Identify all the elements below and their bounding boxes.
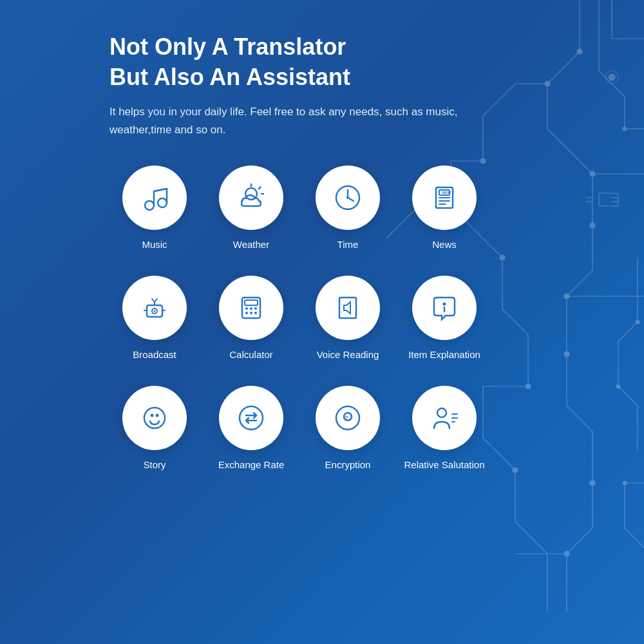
voice-reading-icon-circle — [316, 276, 380, 340]
feature-story: Story — [109, 386, 200, 470]
time-label: Time — [337, 239, 359, 250]
svg-point-55 — [254, 312, 257, 314]
news-icon-circle: NEW — [412, 166, 477, 230]
calculator-icon-circle — [219, 276, 283, 340]
relative-salutation-label: Relative Salutation — [404, 459, 484, 470]
title: Not Only A Translator But Also An Assist… — [109, 32, 605, 93]
svg-text:NEW: NEW — [442, 191, 451, 194]
feature-broadcast: Broadcast — [109, 276, 200, 360]
feature-news: NEW News — [399, 166, 489, 250]
music-icon-circle — [122, 166, 187, 230]
exchange-rate-icon — [234, 401, 268, 435]
broadcast-icon — [138, 291, 171, 325]
exchange-rate-icon-circle — [219, 386, 283, 450]
calculator-label: Calculator — [229, 349, 273, 360]
svg-line-25 — [154, 189, 167, 191]
item-explanation-icon-circle — [412, 276, 477, 340]
item-explanation-icon — [428, 291, 461, 325]
time-icon-circle — [316, 166, 380, 230]
title-line1: Not Only A Translator — [109, 32, 605, 62]
svg-point-24 — [158, 198, 167, 207]
news-icon: NEW — [428, 181, 461, 214]
svg-line-28 — [259, 187, 261, 189]
svg-point-66 — [437, 408, 446, 417]
feature-item-explanation: Item Explanation — [399, 276, 489, 360]
svg-point-60 — [151, 414, 154, 417]
weather-icon — [234, 181, 268, 214]
story-label: Story — [143, 459, 166, 470]
weather-label: Weather — [233, 239, 269, 250]
broadcast-label: Broadcast — [133, 349, 176, 360]
encryption-label: Encryption — [325, 459, 371, 470]
story-icon-circle — [122, 386, 187, 450]
music-label: Music — [142, 239, 167, 250]
main-content: Not Only A Translator But Also An Assist… — [0, 0, 644, 496]
voice-reading-label: Voice Reading — [317, 349, 379, 360]
title-block: Not Only A Translator But Also An Assist… — [109, 32, 605, 140]
feature-weather: Weather — [206, 166, 296, 250]
news-label: News — [432, 239, 457, 250]
svg-point-23 — [145, 201, 154, 210]
weather-icon-circle — [219, 166, 283, 230]
svg-point-33 — [346, 196, 349, 199]
svg-point-52 — [254, 307, 257, 310]
svg-point-51 — [250, 307, 252, 310]
exchange-rate-label: Exchange Rate — [218, 459, 285, 470]
svg-point-57 — [443, 303, 446, 306]
broadcast-icon-circle — [122, 276, 187, 340]
svg-point-53 — [245, 312, 248, 314]
background: Not Only A Translator But Also An Assist… — [0, 0, 644, 644]
feature-exchange-rate: Exchange Rate — [206, 386, 296, 470]
time-icon — [331, 181, 365, 214]
feature-time: Time — [303, 166, 393, 250]
svg-point-11 — [564, 551, 569, 556]
feature-encryption: ? Encryption — [303, 386, 393, 470]
svg-point-54 — [250, 312, 252, 314]
subtitle: It helps you in your daily life. Feel fr… — [109, 103, 522, 140]
encryption-icon: ? — [331, 401, 365, 435]
feature-calculator: Calculator — [206, 276, 296, 360]
features-grid: Music Weather — [109, 166, 605, 470]
relative-salutation-icon-circle — [412, 386, 477, 450]
svg-point-62 — [240, 406, 263, 430]
calculator-icon — [234, 291, 268, 325]
svg-point-61 — [156, 414, 159, 417]
feature-music: Music — [109, 166, 200, 250]
feature-relative-salutation: Relative Salutation — [399, 386, 489, 470]
encryption-icon-circle: ? — [316, 386, 380, 450]
svg-rect-56 — [339, 298, 356, 318]
svg-point-42 — [154, 310, 156, 312]
item-explanation-label: Item Explanation — [408, 349, 480, 360]
svg-text:?: ? — [345, 415, 348, 421]
feature-voice-reading: Voice Reading — [303, 276, 393, 360]
title-line2: But Also An Assistant — [109, 62, 605, 93]
relative-salutation-icon — [428, 401, 461, 435]
music-icon — [138, 181, 171, 214]
voice-reading-icon — [331, 291, 365, 325]
svg-rect-49 — [245, 300, 258, 305]
story-icon — [138, 401, 171, 435]
svg-point-50 — [245, 307, 248, 310]
svg-line-47 — [155, 299, 157, 302]
